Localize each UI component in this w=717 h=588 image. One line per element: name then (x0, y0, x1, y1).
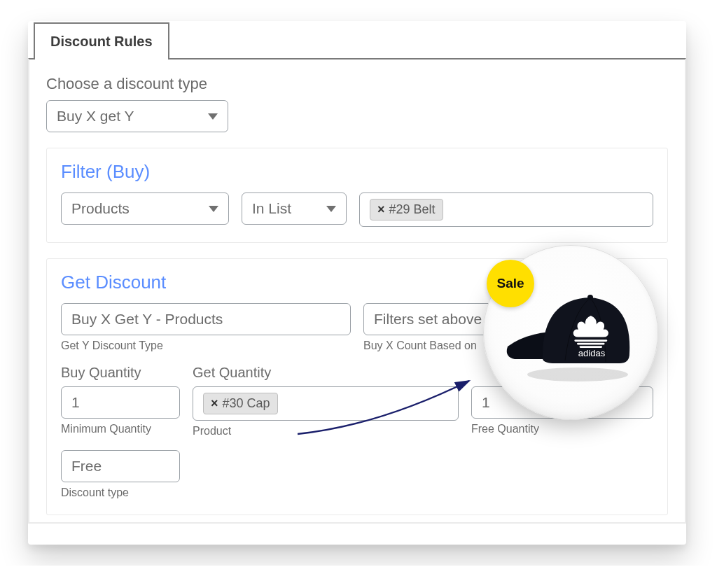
chevron-down-icon (208, 113, 218, 120)
svg-rect-2 (577, 343, 605, 345)
discount-type-field[interactable]: Free (61, 450, 180, 482)
filter-title: Filter (Buy) (61, 161, 653, 183)
buy-qty-help: Minimum Quantity (61, 423, 180, 435)
svg-point-4 (527, 368, 628, 382)
sale-badge: Sale (487, 260, 534, 307)
svg-point-0 (587, 295, 593, 300)
get-qty-label: Get Quantity (193, 365, 459, 381)
get-qty-input[interactable]: × #30 Cap (193, 386, 459, 421)
close-icon[interactable]: × (377, 202, 385, 217)
chevron-down-icon (326, 206, 336, 212)
discount-type-field-help: Discount type (61, 486, 180, 499)
discount-type-field-value: Free (71, 458, 102, 475)
chevron-down-icon (209, 206, 218, 212)
discount-type-label: Choose a discount type (46, 75, 668, 93)
filter-chip-label: #29 Belt (389, 202, 436, 217)
discount-type-value: Buy X get Y (57, 108, 134, 125)
sale-badge-label: Sale (496, 276, 524, 291)
get-qty-chip-label: #30 Cap (223, 396, 270, 411)
filter-chip[interactable]: × #29 Belt (370, 199, 443, 220)
product-preview: Sale adidas (483, 245, 658, 420)
buy-qty-input[interactable]: 1 (61, 386, 180, 419)
brand-text: adidas (578, 348, 606, 358)
buy-qty-value: 1 (71, 394, 80, 411)
svg-rect-1 (574, 340, 607, 342)
filter-op-select[interactable]: In List (242, 192, 347, 225)
filter-field-value: Products (71, 200, 130, 217)
get-qty-help: Product (193, 425, 459, 438)
close-icon[interactable]: × (211, 396, 218, 411)
buy-qty-label: Buy Quantity (61, 365, 180, 381)
get-y-type-select[interactable]: Buy X Get Y - Products (61, 303, 351, 335)
tab-label: Discount Rules (50, 34, 153, 49)
tab-discount-rules[interactable]: Discount Rules (34, 22, 169, 59)
filter-op-value: In List (252, 200, 291, 217)
filter-products-input[interactable]: × #29 Belt (359, 192, 653, 227)
free-qty-value: 1 (482, 394, 490, 411)
free-qty-help: Free Quantity (471, 423, 653, 435)
discount-type-select[interactable]: Buy X get Y (46, 100, 228, 132)
get-y-type-help: Get Y Discount Type (61, 340, 351, 352)
filter-group: Filter (Buy) Products In List × #29 Belt (46, 148, 668, 243)
get-y-type-value: Buy X Get Y - Products (71, 311, 223, 328)
filter-field-select[interactable]: Products (61, 192, 229, 225)
based-on-value: Filters set above (374, 311, 482, 328)
get-qty-chip[interactable]: × #30 Cap (203, 393, 278, 414)
